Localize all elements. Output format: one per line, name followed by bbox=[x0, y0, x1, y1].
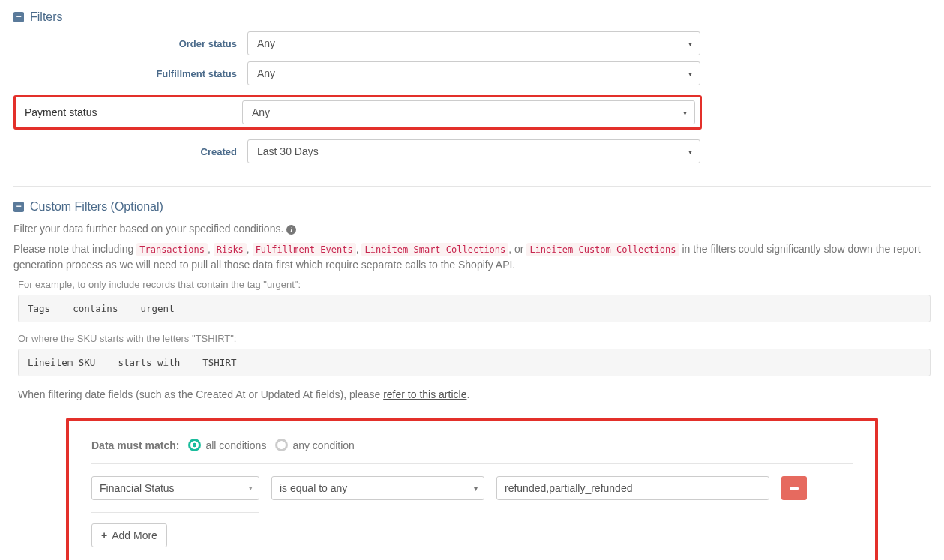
custom-filters-intro: Filter your data further based on your s… bbox=[13, 221, 931, 237]
payment-status-value[interactable]: Any bbox=[242, 100, 695, 124]
minus-icon bbox=[790, 487, 799, 490]
order-status-row: Order status Any bbox=[13, 31, 931, 55]
example-2-label: Or where the SKU starts with the letters… bbox=[18, 333, 931, 344]
note-pre: Please note that including bbox=[13, 243, 136, 255]
order-status-value[interactable]: Any bbox=[247, 31, 700, 55]
tag-lineitem-custom: Lineitem Custom Collections bbox=[526, 243, 679, 256]
fulfillment-status-label: Fulfillment status bbox=[13, 68, 247, 79]
condition-operator-select[interactable]: is equal to any bbox=[271, 476, 484, 500]
tag-risks: Risks bbox=[214, 243, 247, 256]
fulfillment-status-select[interactable]: Any bbox=[247, 61, 700, 85]
collapse-icon[interactable] bbox=[13, 202, 24, 212]
filters-section-header[interactable]: Filters bbox=[13, 10, 931, 24]
slowdown-note: Please note that including Transactions,… bbox=[13, 241, 931, 273]
radio-any-condition[interactable]: any condition bbox=[275, 439, 355, 451]
example-1-code: Tags contains urgent bbox=[18, 295, 931, 322]
collapse-icon[interactable] bbox=[13, 12, 24, 22]
order-status-select[interactable]: Any bbox=[247, 31, 700, 55]
example-1-label: For example, to only include records tha… bbox=[18, 279, 931, 290]
condition-value-input[interactable] bbox=[496, 476, 769, 500]
info-icon[interactable]: i bbox=[286, 225, 296, 235]
intro-text: Filter your data further based on your s… bbox=[13, 223, 286, 235]
plus-icon: + bbox=[101, 529, 107, 541]
order-status-label: Order status bbox=[13, 38, 247, 49]
radio-all-conditions[interactable]: all conditions bbox=[188, 439, 266, 451]
match-label: Data must match: bbox=[91, 439, 179, 451]
custom-filters-title: Custom Filters (Optional) bbox=[30, 200, 163, 214]
remove-condition-button[interactable] bbox=[781, 476, 807, 500]
tag-lineitem-smart: Lineitem Smart Collections bbox=[361, 243, 508, 256]
sep: , bbox=[208, 243, 214, 255]
date-filter-note: When filtering date fields (such as the … bbox=[18, 387, 931, 403]
conditions-divider bbox=[91, 463, 853, 464]
add-more-button[interactable]: + Add More bbox=[91, 523, 167, 547]
radio-icon[interactable] bbox=[188, 439, 201, 451]
condition-field-select[interactable]: Financial Status bbox=[91, 476, 259, 500]
fulfillment-status-value[interactable]: Any bbox=[247, 61, 700, 85]
example-1: For example, to only include records tha… bbox=[18, 279, 931, 322]
tag-transactions: Transactions bbox=[136, 243, 208, 256]
filters-title: Filters bbox=[30, 10, 63, 24]
radio-any-label: any condition bbox=[292, 439, 355, 451]
section-divider bbox=[13, 186, 931, 187]
created-label: Created bbox=[13, 146, 247, 157]
condition-row: Financial Status is equal to any bbox=[91, 476, 853, 500]
radio-icon[interactable] bbox=[275, 439, 288, 451]
date-note-link[interactable]: refer to this article bbox=[383, 388, 466, 400]
add-more-label: Add More bbox=[112, 529, 157, 541]
addmore-divider bbox=[91, 512, 259, 513]
created-select[interactable]: Last 30 Days bbox=[247, 139, 700, 163]
example-2-code: Lineitem SKU starts with TSHIRT bbox=[18, 349, 931, 376]
date-note-post: . bbox=[466, 388, 469, 400]
fulfillment-status-row: Fulfillment status Any bbox=[13, 61, 931, 85]
conditions-highlight-box: Data must match: all conditions any cond… bbox=[66, 418, 878, 560]
example-2: Or where the SKU starts with the letters… bbox=[18, 333, 931, 376]
created-row: Created Last 30 Days bbox=[13, 139, 931, 163]
date-note-pre: When filtering date fields (such as the … bbox=[18, 388, 383, 400]
created-value[interactable]: Last 30 Days bbox=[247, 139, 700, 163]
match-line: Data must match: all conditions any cond… bbox=[91, 439, 853, 451]
sep-or: , or bbox=[508, 243, 526, 255]
tag-fulfillment-events: Fulfillment Events bbox=[253, 243, 356, 256]
payment-status-highlight: Payment status Any bbox=[13, 95, 702, 130]
payment-status-select[interactable]: Any bbox=[242, 100, 695, 124]
payment-status-label: Payment status bbox=[20, 106, 242, 118]
radio-all-label: all conditions bbox=[205, 439, 266, 451]
sep: , bbox=[247, 243, 253, 255]
custom-filters-section-header[interactable]: Custom Filters (Optional) bbox=[13, 200, 931, 214]
